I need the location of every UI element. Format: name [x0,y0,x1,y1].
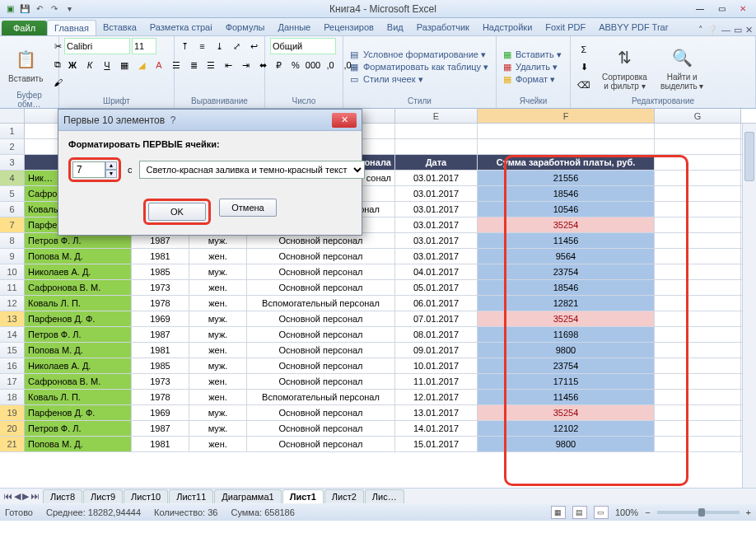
cell[interactable] [655,249,741,264]
row-header[interactable]: 11 [0,280,25,295]
cell[interactable] [655,405,741,420]
row-header[interactable]: 9 [0,249,25,264]
row-header[interactable]: 8 [0,233,25,248]
cell[interactable]: 9800 [478,437,655,451]
view-layout-icon[interactable]: ▤ [572,506,587,519]
row-header[interactable]: 13 [0,311,25,326]
cell[interactable]: 07.01.2017 [395,311,478,326]
cell[interactable]: 1978 [132,296,189,311]
cell[interactable]: 1987 [132,327,189,342]
cell[interactable]: муж. [189,358,247,373]
row-header[interactable]: 1 [0,124,25,138]
doc-close-icon[interactable]: ✕ [745,25,753,35]
cell[interactable]: 12102 [478,421,655,436]
col-header[interactable]: F [478,109,655,123]
cell[interactable]: 14.01.2017 [395,421,478,436]
sheet-tab[interactable]: Диаграмма1 [214,489,281,503]
vertical-scrollbar[interactable] [742,124,756,488]
cell[interactable] [655,343,741,358]
ribbon-tab[interactable]: Разметка страі [143,20,219,35]
orientation-icon[interactable]: ⤢ [229,38,245,54]
cell[interactable]: 03.01.2017 [395,217,478,232]
italic-icon[interactable]: К [82,57,98,73]
cell[interactable]: 1981 [132,437,189,451]
cell[interactable]: Сафронова В. М. [25,374,132,389]
cell[interactable]: Основной персонал [247,358,395,373]
insert-cells-button[interactable]: ▦Вставить ▾ [502,49,562,61]
zoom-in-icon[interactable]: + [746,507,751,517]
cell[interactable]: муж. [189,327,247,342]
row-header[interactable]: 2 [0,139,25,154]
cell[interactable]: 18546 [478,186,655,201]
cell[interactable]: 35254 [478,217,655,232]
row-header[interactable]: 7 [0,217,25,232]
cell[interactable]: Николаев А. Д. [25,264,132,279]
cell[interactable] [655,374,741,389]
number-format-select[interactable] [270,38,336,54]
save-icon[interactable]: 💾 [18,2,31,16]
ribbon-tab[interactable]: Вид [380,20,410,35]
ribbon-tab[interactable]: Foxit PDF [539,20,592,35]
ribbon-tab[interactable]: Вставка [96,20,143,35]
spin-up-icon[interactable]: ▲ [105,161,117,170]
close-icon[interactable]: ✕ [733,2,753,16]
cell[interactable]: 04.01.2017 [395,264,478,279]
maximize-icon[interactable]: ▭ [712,2,731,16]
ribbon-minimize-icon[interactable]: ˄ [698,25,703,35]
cell[interactable]: Попова М. Д. [25,437,132,451]
cell[interactable]: 13.01.2017 [395,405,478,420]
cell[interactable] [655,390,741,404]
underline-icon[interactable]: Ч [99,57,115,73]
cell[interactable]: Основной персонал [247,343,395,358]
font-size-select[interactable] [132,38,156,54]
col-header[interactable]: G [655,109,741,123]
dialog-close-icon[interactable]: ✕ [332,113,357,128]
cell[interactable]: Николаев А. Д. [25,358,132,373]
fill-color-icon[interactable]: ◢ [133,57,150,73]
inc-decimal-icon[interactable]: ,0 [322,57,338,73]
sheet-tab[interactable]: Лист2 [324,489,364,503]
ok-button[interactable]: OK [148,203,206,221]
sheet-tab[interactable]: Лис… [365,489,404,503]
cell[interactable]: 03.01.2017 [395,233,478,248]
cell[interactable]: 05.01.2017 [395,280,478,295]
sheet-nav-last-icon[interactable]: ⏭ [30,491,40,502]
cell[interactable]: жен. [189,249,247,264]
cell[interactable]: Основной персонал [247,437,395,451]
cell[interactable] [655,296,741,311]
cell[interactable]: 23754 [478,358,655,373]
cell[interactable]: 9800 [478,343,655,358]
cell[interactable] [478,124,655,138]
cell[interactable]: Сафронова В. М. [25,280,132,295]
cell[interactable]: жен. [189,296,247,311]
cell-styles-button[interactable]: ▭Стили ячеек ▾ [348,74,488,86]
find-select-button[interactable]: 🔍 Найти и выделить ▾ [657,43,707,92]
cell[interactable]: Основной персонал [247,405,395,420]
ribbon-tab[interactable]: Рецензиров [317,20,380,35]
cell[interactable]: Дата [395,155,478,170]
cell[interactable]: 12821 [478,296,655,311]
sort-filter-button[interactable]: ⇅ Сортировка и фильтр ▾ [599,43,651,92]
align-middle-icon[interactable]: ≡ [194,38,211,54]
ribbon-tab[interactable]: Данные [272,20,318,35]
cell[interactable]: 35254 [478,405,655,420]
row-header[interactable]: 20 [0,421,25,436]
cell[interactable]: жен. [189,437,247,451]
cell[interactable] [655,124,741,138]
cell[interactable]: 1969 [132,311,189,326]
sheet-tab[interactable]: Лист9 [83,489,123,503]
clear-icon[interactable]: ⌫ [576,77,592,94]
sheet-tab[interactable]: Лист1 [282,489,324,503]
align-right-icon[interactable]: ☰ [203,57,219,73]
row-header[interactable]: 18 [0,390,25,404]
help-icon[interactable]: ❔ [707,25,718,35]
cell[interactable]: Коваль Л. П. [25,390,132,404]
cell[interactable]: Основной персонал [247,264,395,279]
cell[interactable]: Парфенов Д. Ф. [25,311,132,326]
format-as-table-button[interactable]: ▦Форматировать как таблицу ▾ [348,62,488,73]
cell[interactable]: 06.01.2017 [395,296,478,311]
undo-icon[interactable]: ↶ [33,2,46,16]
cell[interactable]: 11.01.2017 [395,374,478,389]
wrap-icon[interactable]: ↩ [246,38,263,54]
cell[interactable]: муж. [189,421,247,436]
